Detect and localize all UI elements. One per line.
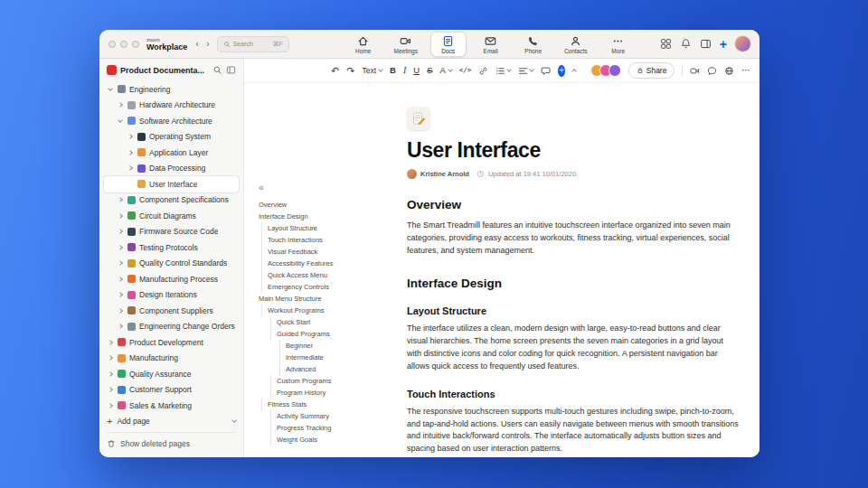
tab-phone[interactable]: Phone bbox=[515, 32, 552, 57]
outline-item-emergency-controls[interactable]: Emergency Controls bbox=[259, 281, 396, 293]
chevron-right-icon[interactable] bbox=[107, 341, 114, 344]
chevron-right-icon[interactable] bbox=[117, 198, 124, 202]
bold-button[interactable]: B bbox=[390, 66, 396, 75]
outline-item-advanced[interactable]: Advanced bbox=[259, 363, 396, 375]
sidebar-item-software-architecture[interactable]: Software Architecture bbox=[104, 113, 239, 129]
outline-item-interface-design[interactable]: Interface Design bbox=[259, 211, 396, 222]
sidebar-item-component-suppliers[interactable]: Component Suppliers bbox=[104, 303, 239, 319]
code-button[interactable]: </> bbox=[459, 67, 472, 74]
back-button[interactable]: ‹ bbox=[195, 39, 199, 49]
align-button[interactable] bbox=[518, 66, 533, 76]
sidebar-item-engineering[interactable]: Engineering bbox=[104, 81, 239, 98]
outline-item-accessibility-features[interactable]: Accessibility Features bbox=[259, 258, 396, 269]
comment-button[interactable] bbox=[541, 66, 551, 76]
chevron-down-icon[interactable] bbox=[231, 418, 237, 423]
chevron-right-icon[interactable] bbox=[117, 246, 124, 249]
chevron-right-icon[interactable] bbox=[107, 356, 114, 360]
insert-block-button[interactable]: + bbox=[558, 65, 564, 77]
outline-collapse-button[interactable]: « bbox=[259, 183, 396, 192]
workspace-title[interactable]: Product Documenta... bbox=[120, 66, 209, 75]
tab-meetings[interactable]: Meetings bbox=[388, 32, 424, 57]
text-style-dropdown[interactable]: Text bbox=[362, 67, 382, 75]
notifications-bell-icon[interactable] bbox=[680, 38, 692, 50]
outline-item-guided-programs[interactable]: Guided Programs bbox=[259, 328, 396, 340]
outline-item-touch-interactions[interactable]: Touch Interactions bbox=[259, 234, 396, 246]
sidebar-item-user-interface[interactable]: User Interface bbox=[104, 176, 239, 192]
chevron-right-icon[interactable] bbox=[117, 261, 124, 265]
global-search-input[interactable]: Search ⌘F bbox=[217, 36, 289, 52]
italic-button[interactable]: I bbox=[403, 66, 406, 75]
sidebar-item-customer-support[interactable]: Customer Support bbox=[104, 382, 239, 399]
chevron-right-icon[interactable] bbox=[127, 151, 134, 155]
sidebar-item-operating-system[interactable]: Operating System bbox=[104, 129, 239, 145]
document-title[interactable]: User Interface bbox=[407, 138, 740, 163]
sidebar-item-quality-assurance[interactable]: Quality Assurance bbox=[104, 366, 239, 382]
document-memo-icon[interactable] bbox=[407, 107, 430, 130]
close-window-button[interactable] bbox=[108, 41, 116, 48]
tab-email[interactable]: Email bbox=[473, 32, 509, 57]
chevron-right-icon[interactable] bbox=[117, 277, 124, 281]
outline-item-overview[interactable]: Overview bbox=[259, 199, 396, 211]
sidebar-item-design-iterations[interactable]: Design Iterations bbox=[104, 287, 239, 304]
outline-item-main-menu-structure[interactable]: Main Menu Structure bbox=[259, 293, 396, 305]
show-deleted-pages-button[interactable]: Show deleted pages bbox=[107, 432, 236, 450]
chevron-right-icon[interactable] bbox=[117, 309, 124, 313]
fullscreen-window-button[interactable] bbox=[132, 41, 139, 48]
outline-item-fitness-stats[interactable]: Fitness Stats bbox=[259, 399, 396, 410]
outline-item-quick-start[interactable]: Quick Start bbox=[259, 316, 396, 328]
chat-button[interactable] bbox=[707, 66, 717, 76]
sidebar-item-circuit-diagrams[interactable]: Circuit Diagrams bbox=[104, 208, 239, 224]
outline-item-custom-programs[interactable]: Custom Programs bbox=[259, 375, 396, 387]
forward-button[interactable]: › bbox=[206, 39, 210, 49]
chevron-right-icon[interactable] bbox=[127, 166, 134, 170]
sidebar-item-manufacturing[interactable]: Manufacturing bbox=[104, 351, 239, 367]
tab-home[interactable]: Home bbox=[345, 32, 382, 57]
outline-item-progress-tracking[interactable]: Progress Tracking bbox=[259, 422, 396, 434]
share-button[interactable]: Share bbox=[628, 62, 675, 79]
chevron-right-icon[interactable] bbox=[107, 388, 114, 391]
tab-contacts[interactable]: Contacts bbox=[558, 32, 594, 57]
chevron-right-icon[interactable] bbox=[107, 404, 114, 408]
chevron-down-icon[interactable] bbox=[117, 120, 124, 122]
outline-item-intermediate[interactable]: Intermediate bbox=[259, 352, 396, 363]
sidebar-item-product-development[interactable]: Product Development bbox=[104, 334, 239, 351]
strikethrough-button[interactable]: S bbox=[427, 66, 432, 75]
list-button[interactable] bbox=[495, 66, 511, 76]
outline-item-weight-goals[interactable]: Weight Goals bbox=[259, 434, 396, 446]
text-color-button[interactable]: A bbox=[439, 66, 451, 75]
more-options-button[interactable]: ⋯ bbox=[741, 66, 750, 75]
chevron-right-icon[interactable] bbox=[117, 230, 124, 233]
redo-button[interactable]: ↷ bbox=[346, 66, 354, 76]
sidebar-item-data-processing[interactable]: Data Processing bbox=[104, 161, 239, 177]
underline-button[interactable]: U bbox=[413, 66, 420, 75]
outline-item-beginner[interactable]: Beginner bbox=[259, 340, 396, 352]
add-page-button[interactable]: + Add page bbox=[107, 413, 236, 429]
outline-item-quick-access-menu[interactable]: Quick Access Menu bbox=[259, 269, 396, 281]
sidebar-item-application-layer[interactable]: Application Layer bbox=[104, 145, 239, 161]
sidebar-item-engineering-change-orders[interactable]: Engineering Change Orders bbox=[104, 319, 239, 335]
chevron-right-icon[interactable] bbox=[117, 103, 124, 107]
chevron-down-icon[interactable] bbox=[107, 89, 114, 90]
sidebar-search-icon[interactable] bbox=[212, 65, 222, 75]
minimize-window-button[interactable] bbox=[120, 41, 127, 48]
apps-grid-icon[interactable] bbox=[660, 38, 672, 50]
sidebar-collapse-icon[interactable] bbox=[226, 65, 236, 75]
link-button[interactable] bbox=[478, 66, 488, 76]
chevron-right-icon[interactable] bbox=[107, 372, 114, 376]
sidebar-item-component-specifications[interactable]: Component Specifications bbox=[104, 192, 239, 209]
outline-item-activity-summary[interactable]: Activity Summary bbox=[259, 410, 396, 422]
sidebar-item-firmware-source-code[interactable]: Firmware Source Code bbox=[104, 224, 239, 240]
tab-docs[interactable]: Docs bbox=[430, 32, 467, 57]
collapse-toolbar-button[interactable] bbox=[572, 68, 576, 73]
globe-button[interactable] bbox=[724, 66, 734, 76]
outline-item-workout-programs[interactable]: Workout Programs bbox=[259, 305, 396, 316]
sidebar-item-testing-protocols[interactable]: Testing Protocols bbox=[104, 239, 239, 256]
new-item-plus-button[interactable]: + bbox=[720, 38, 727, 51]
chevron-right-icon[interactable] bbox=[117, 214, 124, 218]
chevron-right-icon[interactable] bbox=[117, 293, 124, 296]
side-panel-icon[interactable] bbox=[700, 38, 712, 50]
outline-item-layout-structure[interactable]: Layout Structure bbox=[259, 222, 396, 234]
outline-item-program-history[interactable]: Program History bbox=[259, 387, 396, 399]
user-avatar[interactable] bbox=[735, 36, 750, 52]
outline-item-visual-feedback[interactable]: Visual Feedback bbox=[259, 246, 396, 258]
